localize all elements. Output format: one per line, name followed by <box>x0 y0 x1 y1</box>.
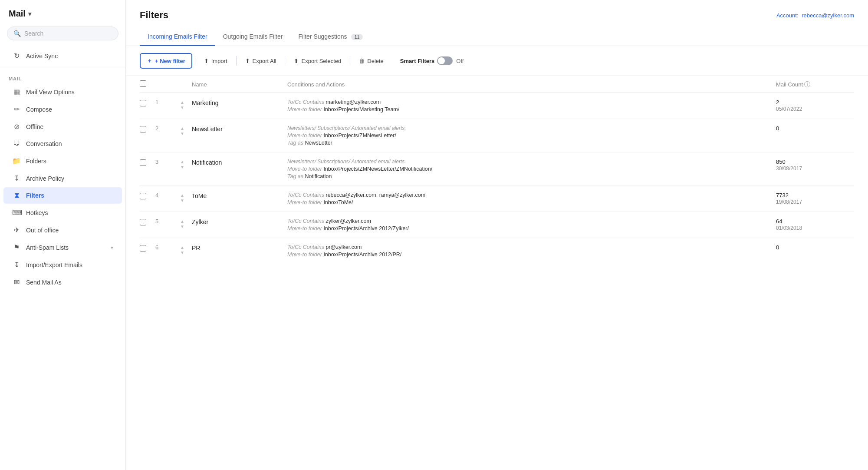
mail-count-num: 850 <box>776 159 854 165</box>
search-placeholder: Search <box>24 30 43 37</box>
row-check-1[interactable] <box>140 126 146 132</box>
row-check-2[interactable] <box>140 159 146 166</box>
arrow-up-icon[interactable]: ▲ <box>180 193 184 198</box>
toolbar-sep-1 <box>195 56 195 66</box>
row-num-5: 6 <box>155 244 173 251</box>
row-check-3[interactable] <box>140 193 146 199</box>
sidebar-item-conversation[interactable]: 🗨 Conversation <box>3 136 122 152</box>
arrow-down-icon[interactable]: ▼ <box>180 224 184 229</box>
sidebar-item-out-of-office[interactable]: ✈ Out of office <box>3 222 122 238</box>
sidebar-item-hotkeys[interactable]: ⌨ Hotkeys <box>3 204 122 221</box>
arrow-up-icon[interactable]: ▲ <box>180 159 184 164</box>
app-title[interactable]: Mail ▾ <box>0 0 125 23</box>
sidebar-item-filters[interactable]: ⧗ Filters <box>3 187 122 204</box>
row-check-4[interactable] <box>140 219 146 225</box>
active-sync-item[interactable]: ↻ Active Sync <box>3 47 122 64</box>
row-checkbox-0[interactable] <box>140 99 155 106</box>
conversation-icon: 🗨 <box>12 140 21 148</box>
toolbar-sep-4 <box>350 56 350 66</box>
header-checkbox-col <box>140 80 155 88</box>
offline-icon: ⊘ <box>12 122 21 131</box>
chevron-down-icon: ▾ <box>28 10 31 17</box>
arrow-up-icon[interactable]: ▲ <box>180 245 184 250</box>
arrow-down-icon[interactable]: ▼ <box>180 198 184 203</box>
row-sort-arrows-3[interactable]: ▲ ▼ <box>173 192 192 203</box>
row-conditions-4: To/Cc Contains zylker@zylker.comMove-to … <box>287 218 776 232</box>
row-conditions-3: To/Cc Contains rebecca@zylker.com, ramya… <box>287 192 776 205</box>
account-info: Account: rebecca@zylker.com <box>776 12 854 19</box>
arrow-up-icon[interactable]: ▲ <box>180 219 184 224</box>
mail-count-num: 0 <box>776 125 854 132</box>
sidebar-item-compose[interactable]: ✏ Compose <box>3 101 122 118</box>
arrow-down-icon[interactable]: ▼ <box>180 105 184 110</box>
sidebar-item-send-mail-as[interactable]: ✉ Send Mail As <box>3 274 122 291</box>
search-box[interactable]: 🔍 Search <box>7 26 118 40</box>
toolbar: ＋ + New filter ⬆ Import ⬆ Export All ⬆ E… <box>126 46 868 76</box>
import-label: Import <box>211 58 227 64</box>
page-title: Filters <box>140 10 168 21</box>
row-checkbox-5[interactable] <box>140 244 155 252</box>
row-sort-arrows-5[interactable]: ▲ ▼ <box>173 244 192 255</box>
mail-count-date: 01/03/2018 <box>776 225 854 231</box>
compose-label: Compose <box>26 106 52 113</box>
delete-icon: 🗑 <box>359 58 365 64</box>
mail-count-num: 0 <box>776 244 854 251</box>
tab-outgoing[interactable]: Outgoing Emails Filter <box>215 28 291 46</box>
row-sort-arrows-0[interactable]: ▲ ▼ <box>173 99 192 110</box>
active-sync-label: Active Sync <box>26 53 58 60</box>
sidebar-section-mail: MAIL <box>0 72 125 83</box>
row-sort-arrows-2[interactable]: ▲ ▼ <box>173 159 192 169</box>
sidebar-item-archive-policy[interactable]: ↧ Archive Policy <box>3 170 122 187</box>
row-name-5: PR <box>192 244 287 252</box>
main-content: Filters Account: rebecca@zylker.com Inco… <box>126 0 868 470</box>
new-filter-icon: ＋ <box>147 57 152 65</box>
row-checkbox-4[interactable] <box>140 218 155 225</box>
arrow-down-icon[interactable]: ▼ <box>180 250 184 255</box>
import-button[interactable]: ⬆ Import <box>198 55 233 67</box>
row-checkbox-2[interactable] <box>140 159 155 166</box>
sidebar-items: ▦ Mail View Options ✏ Compose ⊘ Offline … <box>0 83 125 291</box>
arrow-down-icon[interactable]: ▼ <box>180 165 184 169</box>
delete-button[interactable]: 🗑 Delete <box>353 55 390 67</box>
anti-spam-label: Anti-Spam Lists <box>26 244 69 251</box>
tab-badge-suggestions: 11 <box>351 34 362 40</box>
row-num-2: 3 <box>155 159 173 165</box>
mail-count-num: 7732 <box>776 192 854 199</box>
row-conditions-0: To/Cc Contains marketing@zylker.comMove-… <box>287 99 776 113</box>
import-icon: ⬆ <box>204 58 209 64</box>
row-checkbox-1[interactable] <box>140 125 155 132</box>
sidebar-item-mail-view-options[interactable]: ▦ Mail View Options <box>3 83 122 100</box>
sidebar-item-folders[interactable]: 📁 Folders <box>3 152 122 169</box>
arrow-down-icon[interactable]: ▼ <box>180 131 184 136</box>
smart-filters-toggle[interactable]: Off <box>437 56 464 65</box>
export-selected-label: Export Selected <box>301 58 341 64</box>
mail-count-num: 2 <box>776 99 854 106</box>
row-sort-arrows-4[interactable]: ▲ ▼ <box>173 218 192 229</box>
table-row: 3 ▲ ▼ Notification Newsletters/ Subscrip… <box>140 152 854 186</box>
arrow-up-icon[interactable]: ▲ <box>180 100 184 105</box>
row-sort-arrows-1[interactable]: ▲ ▼ <box>173 125 192 136</box>
smart-filters-label: Smart Filters <box>400 58 434 64</box>
export-selected-icon: ⬆ <box>294 58 299 64</box>
arrow-up-icon[interactable]: ▲ <box>180 126 184 131</box>
export-all-button[interactable]: ⬆ Export All <box>239 55 283 67</box>
search-icon: 🔍 <box>13 30 21 37</box>
export-all-label: Export All <box>253 58 276 64</box>
sidebar-item-anti-spam[interactable]: ⚑ Anti-Spam Lists ▾ <box>3 239 122 256</box>
tab-incoming[interactable]: Incoming Emails Filter <box>140 28 215 46</box>
sidebar-item-import-export[interactable]: ↧ Import/Export Emails <box>3 256 122 273</box>
row-checkbox-3[interactable] <box>140 192 155 199</box>
sidebar-item-offline[interactable]: ⊘ Offline <box>3 118 122 135</box>
toggle-switch[interactable] <box>437 56 453 65</box>
select-all-checkbox[interactable] <box>140 80 146 87</box>
tab-suggestions[interactable]: Filter Suggestions 11 <box>290 28 370 46</box>
export-selected-button[interactable]: ⬆ Export Selected <box>288 55 347 67</box>
filter-table: Name Conditions and Actions Mail Count i… <box>126 76 868 470</box>
mail-view-options-label: Mail View Options <box>26 89 75 96</box>
anti-spam-icon: ⚑ <box>12 243 21 252</box>
table-row: 5 ▲ ▼ Zylker To/Cc Contains zylker@zylke… <box>140 212 854 238</box>
new-filter-button[interactable]: ＋ + New filter <box>140 53 192 69</box>
row-check-5[interactable] <box>140 245 146 252</box>
mail-count-info-icon[interactable]: i <box>804 81 810 87</box>
row-check-0[interactable] <box>140 100 146 106</box>
